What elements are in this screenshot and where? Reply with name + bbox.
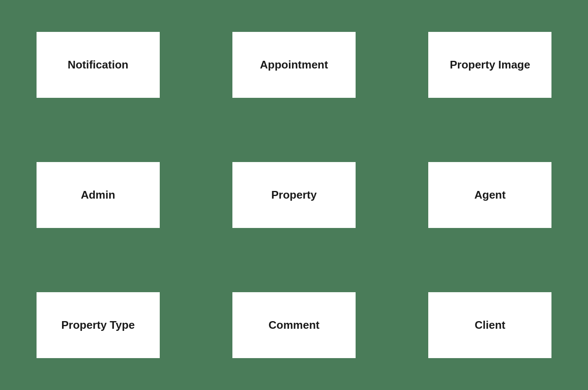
card-property-image-label: Property Image xyxy=(450,58,530,71)
cell-appointment: Appointment xyxy=(196,0,392,130)
card-notification[interactable]: Notification xyxy=(37,32,160,98)
cell-notification: Notification xyxy=(0,0,196,130)
card-agent-label: Agent xyxy=(474,188,506,202)
card-comment-label: Comment xyxy=(269,319,319,332)
card-property-label: Property xyxy=(271,188,317,202)
card-notification-label: Notification xyxy=(68,58,128,71)
card-admin[interactable]: Admin xyxy=(37,162,160,228)
card-agent[interactable]: Agent xyxy=(428,162,551,228)
cell-agent: Agent xyxy=(392,130,588,260)
card-property-type[interactable]: Property Type xyxy=(37,292,160,358)
card-property-type-label: Property Type xyxy=(61,319,135,332)
cell-comment: Comment xyxy=(196,260,392,390)
card-appointment[interactable]: Appointment xyxy=(232,32,356,98)
cell-property-type: Property Type xyxy=(0,260,196,390)
cell-property-image: Property Image xyxy=(392,0,588,130)
card-admin-label: Admin xyxy=(81,188,115,202)
cell-client: Client xyxy=(392,260,588,390)
card-client[interactable]: Client xyxy=(428,292,551,358)
card-appointment-label: Appointment xyxy=(260,58,328,71)
cell-admin: Admin xyxy=(0,130,196,260)
card-comment[interactable]: Comment xyxy=(232,292,356,358)
card-property[interactable]: Property xyxy=(232,162,356,228)
card-client-label: Client xyxy=(475,319,505,332)
card-property-image[interactable]: Property Image xyxy=(428,32,551,98)
cell-property: Property xyxy=(196,130,392,260)
